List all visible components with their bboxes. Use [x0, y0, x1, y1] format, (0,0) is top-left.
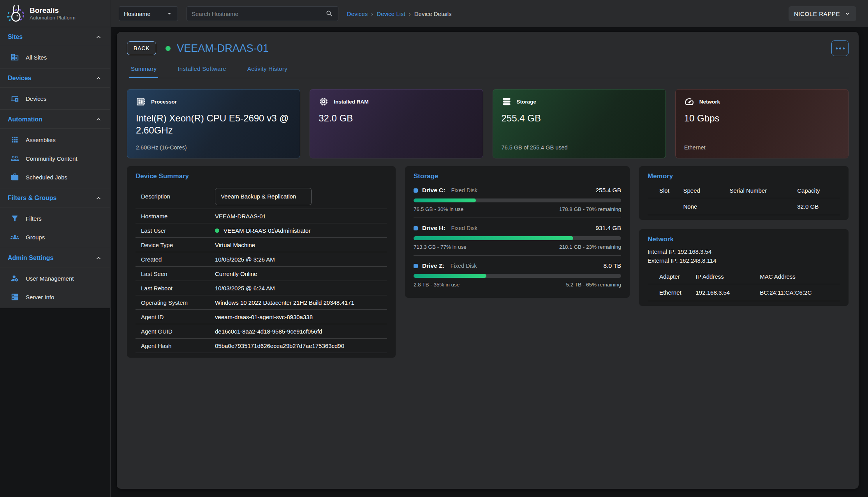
sidebar-item-assemblies[interactable]: Assemblies	[0, 130, 110, 149]
drive-h-progress	[414, 236, 621, 240]
tab-summary[interactable]: Summary	[129, 65, 158, 78]
drive-remaining-text: 5.2 TB - 65% remaining	[566, 282, 621, 288]
drive-bullet-icon	[414, 226, 418, 230]
tab-activity-history[interactable]: Activity History	[246, 65, 289, 78]
sidebar-section-filters-groups[interactable]: Filters & Groups	[0, 188, 110, 207]
network-value: 10 Gbps	[684, 112, 840, 124]
summary-row-operating-system: Operating System Windows 10 2022 Datacen…	[136, 295, 387, 310]
page-title: VEEAM-DRAAS-01	[177, 42, 269, 54]
storage-card: Storage 255.4 GB 76.5 GB of 255.4 GB use…	[493, 89, 666, 158]
network-table-row: Ethernet 192.168.3.54 BC:24:11:CA:C6:2C	[648, 284, 840, 301]
sidebar-item-all-sites[interactable]: All Sites	[0, 48, 110, 67]
sidebar-item-user-management[interactable]: User Management	[0, 269, 110, 288]
app-subtitle: Automation Platform	[30, 15, 76, 21]
sidebar-section-devices[interactable]: Devices	[0, 68, 110, 88]
summary-row-created: Created 10/05/2025 @ 3:26 AM	[136, 252, 387, 267]
caret-down-icon	[166, 10, 173, 17]
drive-used-text: 76.5 GB - 30% in use	[414, 206, 463, 212]
memory-table-row: None 32.0 GB	[648, 198, 840, 215]
storage-sub: 76.5 GB of 255.4 GB used	[502, 144, 657, 151]
chevron-up-icon	[95, 254, 102, 262]
breadcrumb-separator: ›	[371, 11, 373, 17]
ram-value: 32.0 GB	[319, 112, 474, 124]
sidebar-item-server-info[interactable]: Server Info	[0, 288, 110, 306]
back-button[interactable]: BACK	[127, 41, 156, 55]
chevron-up-icon	[95, 116, 102, 123]
tab-installed-software[interactable]: Installed Software	[176, 65, 228, 78]
network-table-header: Adapter IP Address MAC Address	[648, 271, 840, 284]
storage-panel: Storage Drive C: Fixed Disk 255.4 GB 76.…	[405, 166, 630, 298]
summary-row-last-user: Last User VEEAM-DRAAS-01\Administrator	[136, 223, 387, 238]
network-panel-title: Network	[648, 235, 840, 243]
devices-icon	[11, 94, 19, 103]
breadcrumb-device-details: Device Details	[414, 11, 452, 17]
processor-card: Processor Intel(R) Xeon(R) CPU E5-2690 v…	[127, 89, 300, 158]
app-name: Borealis	[30, 6, 76, 15]
internal-ip: Internal IP: 192.168.3.54	[648, 247, 840, 256]
hostname-filter-select[interactable]: Hostname	[119, 6, 178, 21]
drive-c-progress	[414, 198, 621, 202]
sidebar-section-sites[interactable]: Sites	[0, 27, 110, 46]
ram-chip-icon	[319, 97, 329, 107]
breadcrumb-devices[interactable]: Devices	[347, 11, 368, 17]
sidebar-item-devices[interactable]: Devices	[0, 89, 110, 108]
hostname-search[interactable]	[187, 6, 338, 21]
summary-row-last-reboot: Last Reboot 10/03/2025 @ 6:24 AM	[136, 281, 387, 295]
memory-panel: Memory Slot Speed Serial Number Capacity…	[639, 166, 849, 220]
summary-row-device-type: Device Type Virtual Machine	[136, 238, 387, 252]
briefcase-icon	[11, 173, 19, 181]
chevron-down-icon	[844, 10, 851, 17]
summary-row-agent-guid: Agent GUID de16c0c1-8aa2-4d18-9585-9ce91…	[136, 324, 387, 339]
drive-row-h: Drive H: Fixed Disk 931.4 GB 713.3 GB - …	[414, 218, 621, 255]
chevron-up-icon	[95, 33, 102, 41]
groups-icon	[11, 233, 19, 241]
breadcrumb: Devices › Device List › Device Details	[347, 11, 452, 17]
topbar: Hostname Devices › Device List › Device …	[111, 0, 868, 27]
device-details-panel: BACK VEEAM-DRAAS-01 Summary Installed So…	[117, 32, 859, 489]
drive-z-progress	[414, 274, 621, 278]
online-status-dot	[166, 46, 171, 51]
breadcrumb-separator: ›	[409, 11, 411, 17]
description-input[interactable]	[215, 188, 312, 205]
summary-row-hostname: Hostname VEEAM-DRAAS-01	[136, 209, 387, 223]
people-outline-icon	[11, 154, 19, 163]
network-sub: Ethernet	[684, 144, 840, 151]
search-icon[interactable]	[326, 10, 333, 18]
storage-panel-title: Storage	[414, 172, 621, 180]
user-menu-button[interactable]: NICOLE RAPPE	[789, 6, 856, 21]
drive-row-c: Drive C: Fixed Disk 255.4 GB 76.5 GB - 3…	[414, 180, 621, 218]
sidebar-item-groups[interactable]: Groups	[0, 228, 110, 246]
borealis-logo-icon	[5, 4, 26, 24]
chevron-up-icon	[95, 74, 102, 82]
drive-row-z: Drive Z: Fixed Disk 8.0 TB 2.8 TB - 35% …	[414, 255, 621, 293]
user-online-dot	[215, 228, 219, 233]
storage-value: 255.4 GB	[502, 112, 657, 124]
sidebar-item-community-content[interactable]: Community Content	[0, 149, 110, 168]
search-input[interactable]	[192, 11, 326, 17]
processor-icon	[136, 97, 146, 107]
tab-bar: Summary Installed Software Activity Hist…	[127, 65, 849, 78]
building-icon	[11, 53, 19, 61]
server-stack-icon	[11, 293, 19, 301]
summary-row-last-seen: Last Seen Currently Online	[136, 267, 387, 281]
drive-bullet-icon	[414, 188, 418, 193]
breadcrumb-device-list[interactable]: Device List	[377, 11, 405, 17]
apps-grid-icon	[11, 135, 19, 144]
user-gear-icon	[11, 274, 19, 283]
external-ip: External IP: 162.248.8.114	[648, 256, 840, 265]
sidebar-item-filters[interactable]: Filters	[0, 209, 110, 228]
drive-used-text: 2.8 TB - 35% in use	[414, 282, 460, 288]
sidebar: Borealis Automation Platform Sites All S…	[0, 0, 111, 497]
network-gauge-icon	[684, 97, 694, 107]
summary-row-description: Description	[136, 184, 387, 209]
network-card: Network 10 Gbps Ethernet	[675, 89, 849, 158]
device-summary-panel: Device Summary Description Hostname VEEA…	[127, 166, 396, 358]
memory-panel-title: Memory	[648, 172, 840, 180]
sidebar-section-admin-settings[interactable]: Admin Settings	[0, 248, 110, 267]
storage-stack-icon	[502, 97, 512, 107]
sidebar-section-automation[interactable]: Automation	[0, 110, 110, 129]
sidebar-item-scheduled-jobs[interactable]: Scheduled Jobs	[0, 168, 110, 186]
more-options-button[interactable]	[831, 40, 849, 56]
ram-sub	[319, 144, 474, 151]
stat-cards: Processor Intel(R) Xeon(R) CPU E5-2690 v…	[127, 89, 849, 158]
